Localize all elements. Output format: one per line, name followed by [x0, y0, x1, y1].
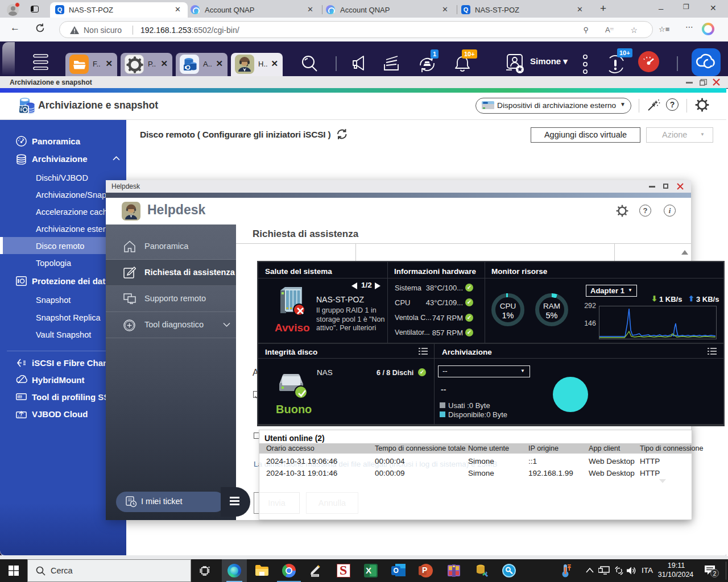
svg-text:1↑1↓: 1↑1↓ [18, 415, 23, 418]
svg-text:SSD: SSD [18, 396, 24, 398]
